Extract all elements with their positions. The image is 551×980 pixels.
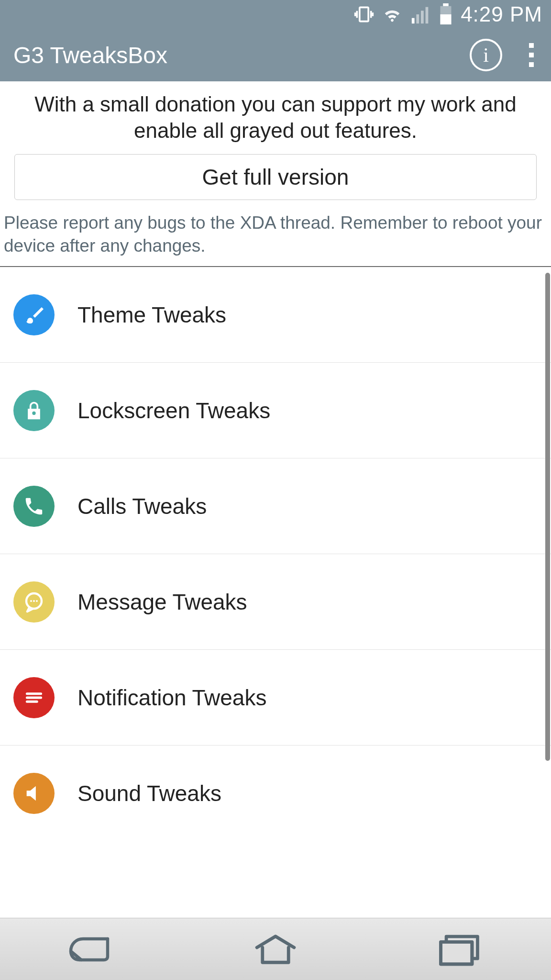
app-bar: G3 TweaksBox i (0, 29, 551, 81)
svg-rect-3 (421, 11, 424, 23)
item-label: Lockscreen Tweaks (77, 398, 270, 423)
item-label: Notification Tweaks (77, 685, 266, 711)
phone-icon (13, 486, 55, 527)
battery-icon (439, 3, 453, 25)
item-label: Theme Tweaks (77, 302, 226, 328)
item-label: Message Tweaks (77, 589, 247, 615)
svg-rect-0 (360, 7, 368, 21)
signal-icon (410, 3, 432, 25)
svg-rect-16 (441, 942, 472, 964)
chat-icon (13, 581, 55, 623)
list-item-calls[interactable]: Calls Tweaks (0, 458, 551, 554)
app-title: G3 TweaksBox (13, 42, 470, 68)
navigation-bar (0, 918, 551, 980)
svg-point-10 (33, 600, 35, 602)
vibrate-icon (353, 4, 375, 25)
svg-rect-4 (426, 7, 429, 24)
lock-icon (13, 390, 55, 431)
info-icon[interactable]: i (470, 39, 502, 71)
status-time: 4:29 PM (461, 2, 542, 26)
scrollbar[interactable] (545, 273, 550, 761)
item-label: Sound Tweaks (77, 780, 221, 806)
wifi-icon (381, 3, 403, 25)
brush-icon (13, 294, 55, 335)
svg-rect-2 (417, 14, 419, 23)
donation-text: With a small donation you can support my… (11, 91, 540, 144)
status-icons-group (353, 3, 453, 25)
speaker-icon (13, 773, 55, 814)
svg-point-11 (36, 600, 38, 602)
list-item-theme[interactable]: Theme Tweaks (0, 267, 551, 363)
svg-rect-7 (441, 14, 452, 24)
tweaks-list: Theme Tweaks Lockscreen Tweaks Calls Twe… (0, 267, 551, 918)
notification-icon (13, 677, 55, 718)
svg-rect-5 (443, 3, 449, 6)
svg-point-9 (30, 600, 32, 602)
list-item-message[interactable]: Message Tweaks (0, 554, 551, 650)
back-button[interactable] (44, 918, 140, 980)
status-bar: 4:29 PM (0, 0, 551, 29)
list-item-sound[interactable]: Sound Tweaks (0, 746, 551, 841)
get-full-version-button[interactable]: Get full version (14, 154, 537, 200)
home-button[interactable] (228, 918, 323, 980)
donation-section: With a small donation you can support my… (0, 81, 551, 208)
list-item-lockscreen[interactable]: Lockscreen Tweaks (0, 363, 551, 458)
recent-apps-button[interactable] (411, 918, 507, 980)
item-label: Calls Tweaks (77, 493, 207, 519)
overflow-menu-icon[interactable] (525, 41, 538, 69)
list-item-notification[interactable]: Notification Tweaks (0, 650, 551, 746)
svg-rect-1 (412, 18, 415, 24)
report-text: Please report any bugs to the XDA thread… (0, 208, 551, 267)
